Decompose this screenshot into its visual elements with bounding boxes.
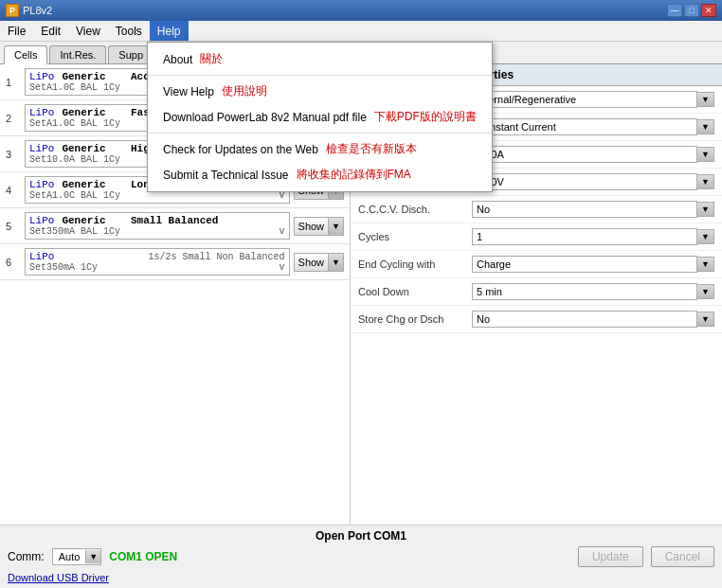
update-button[interactable]: Update <box>578 546 643 567</box>
prop-label-8: Store Chg or Dsch <box>351 306 464 333</box>
prop-arrow-2[interactable]: ▼ <box>697 147 714 162</box>
property-row-7: Cool Down 5 min ▼ <box>351 278 722 306</box>
preset-type-2: LiPo <box>29 107 54 118</box>
preset-sub-5: Set350mA BAL 1Cy v <box>29 226 285 237</box>
dropdown-separator-1 <box>148 75 492 76</box>
prop-val-0: Internal/Regenerative <box>472 91 697 108</box>
preset-line1-6: LiPo 1s/2s Small Non Balanced <box>29 251 285 262</box>
property-row-8: Store Chg or Dsch No ▼ <box>351 306 722 333</box>
comm-label: Comm: <box>8 550 45 563</box>
minimize-button[interactable]: — <box>667 4 682 17</box>
comm-value: Auto <box>53 549 86 564</box>
prop-value-cell-7: 5 min ▼ <box>464 278 722 306</box>
prop-val-1: Constant Current <box>472 118 697 135</box>
maximize-button[interactable]: □ <box>684 4 699 17</box>
prop-select-1[interactable]: Constant Current ▼ <box>472 118 714 135</box>
tab-intres[interactable]: Int.Res. <box>49 45 106 63</box>
preset-row-6: 6 LiPo 1s/2s Small Non Balanced Set350mA… <box>0 244 350 280</box>
preset-type-3: LiPo <box>29 143 54 154</box>
menu-viewhelp[interactable]: View Help 使用說明 <box>148 79 492 104</box>
prop-val-7: 5 min <box>472 283 697 300</box>
prop-arrow-6[interactable]: ▼ <box>697 257 714 272</box>
prop-value-cell-5: 1 ▼ <box>464 223 722 251</box>
prop-value-cell-1: Constant Current ▼ <box>464 114 722 141</box>
prop-label-5: Cycles <box>351 223 464 251</box>
prop-select-7[interactable]: 5 min ▼ <box>472 283 714 300</box>
prop-val-3: 3.30V <box>472 173 697 190</box>
menu-about[interactable]: About 關於 <box>148 46 492 72</box>
preset-num-4: 4 <box>6 185 21 196</box>
prop-select-6[interactable]: Charge ▼ <box>472 256 714 273</box>
prop-value-cell-4: No ▼ <box>464 196 722 223</box>
menu-check-updates[interactable]: Check for Updates on the Web 檢查是否有新版本 <box>148 136 492 162</box>
preset-box-5: LiPo Generic Small Balanced Set350mA BAL… <box>25 212 290 240</box>
property-row-4: C.C.C.V. Disch. No ▼ <box>351 196 722 223</box>
prop-arrow-8[interactable]: ▼ <box>697 312 714 327</box>
preset-num-6: 6 <box>6 257 21 268</box>
prop-val-2: 2.00A <box>472 146 697 163</box>
preset-box-6: LiPo 1s/2s Small Non Balanced Set350mA 1… <box>25 248 290 276</box>
dropdown-separator-2 <box>148 133 492 134</box>
title-bar: P PL8v2 — □ ✕ <box>0 0 722 21</box>
preset-num-3: 3 <box>6 149 21 160</box>
bottom-bar: Open Port COM1 Comm: Auto ▼ COM1 OPEN Up… <box>0 525 722 588</box>
menu-edit[interactable]: Edit <box>33 21 68 41</box>
preset-num-2: 2 <box>6 113 21 124</box>
menu-bar: File Edit View Tools Help About 關於 View … <box>0 21 722 42</box>
close-button[interactable]: ✕ <box>701 4 716 17</box>
menu-download-pdf[interactable]: Download PowerLab 8v2 Manual pdf file 下載… <box>148 104 492 130</box>
prop-arrow-3[interactable]: ▼ <box>697 174 714 189</box>
prop-select-0[interactable]: Internal/Regenerative ▼ <box>472 91 714 108</box>
prop-arrow-1[interactable]: ▼ <box>697 119 714 134</box>
app-title: PL8v2 <box>23 5 52 16</box>
show-button-5[interactable]: Show ▼ <box>294 217 344 236</box>
comm-select[interactable]: Auto ▼ <box>52 548 102 565</box>
preset-desc-5: Generic Small Balanced <box>62 215 218 226</box>
property-row-6: End Cycling with Charge ▼ <box>351 251 722 278</box>
preset-sub-6: Set350mA 1Cy v <box>29 262 285 273</box>
prop-value-cell-3: 3.30V ▼ <box>464 169 722 196</box>
download-usb-driver-link[interactable]: Download USB Driver <box>8 572 109 583</box>
prop-value-cell-2: 2.00A ▼ <box>464 141 722 169</box>
prop-select-2[interactable]: 2.00A ▼ <box>472 146 714 163</box>
prop-arrow-4[interactable]: ▼ <box>697 202 714 217</box>
prop-label-4: C.C.C.V. Disch. <box>351 196 464 223</box>
preset-type-4: LiPo <box>29 179 54 190</box>
menu-file[interactable]: File <box>0 21 33 41</box>
tab-cells[interactable]: Cells <box>4 45 47 64</box>
cancel-button[interactable]: Cancel <box>651 546 714 567</box>
prop-label-6: End Cycling with <box>351 251 464 278</box>
port-status: Open Port COM1 <box>8 529 714 543</box>
prop-select-5[interactable]: 1 ▼ <box>472 228 714 245</box>
window-controls[interactable]: — □ ✕ <box>667 4 716 17</box>
app-icon: P <box>6 4 19 17</box>
property-row-5: Cycles 1 ▼ <box>351 223 722 251</box>
com-open-status: COM1 OPEN <box>109 550 177 563</box>
prop-val-8: No <box>472 311 697 328</box>
show-button-6[interactable]: Show ▼ <box>294 253 344 272</box>
preset-num-1: 1 <box>6 77 21 88</box>
preset-num-5: 5 <box>6 221 21 232</box>
menu-help[interactable]: Help <box>150 21 189 41</box>
menu-submit-issue[interactable]: Submit a Technical Issue 將收集的記錄傳到FMA <box>148 162 492 187</box>
preset-row-5: 5 LiPo Generic Small Balanced Set350mA B… <box>0 208 350 244</box>
prop-label-7: Cool Down <box>351 278 464 306</box>
prop-arrow-5[interactable]: ▼ <box>697 229 714 244</box>
prop-value-cell-8: No ▼ <box>464 306 722 333</box>
prop-value-cell-0: Internal/Regenerative ▼ <box>464 86 722 114</box>
menu-tools[interactable]: Tools <box>108 21 150 41</box>
preset-type-5: LiPo <box>29 215 54 226</box>
prop-select-3[interactable]: 3.30V ▼ <box>472 173 714 190</box>
prop-arrow-0[interactable]: ▼ <box>697 92 714 107</box>
prop-arrow-7[interactable]: ▼ <box>697 284 714 299</box>
bottom-controls: Comm: Auto ▼ COM1 OPEN Update Cancel <box>8 546 714 567</box>
prop-val-5: 1 <box>472 228 697 245</box>
prop-val-4: No <box>472 201 697 218</box>
prop-value-cell-6: Charge ▼ <box>464 251 722 278</box>
prop-val-6: Charge <box>472 256 697 273</box>
comm-arrow[interactable]: ▼ <box>85 550 100 563</box>
prop-select-8[interactable]: No ▼ <box>472 311 714 328</box>
prop-select-4[interactable]: No ▼ <box>472 201 714 218</box>
help-dropdown: About 關於 View Help 使用說明 Download PowerLa… <box>147 42 493 192</box>
menu-view[interactable]: View <box>68 21 108 41</box>
